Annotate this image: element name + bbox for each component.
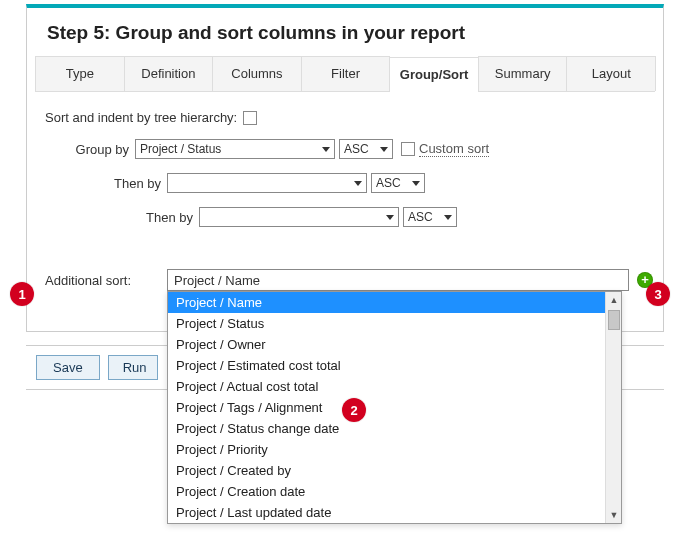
dropdown-option[interactable]: Project / Last updated date xyxy=(168,502,621,523)
run-button[interactable]: Run xyxy=(108,355,158,380)
group-by-field-value: Project / Status xyxy=(140,142,221,156)
dropdown-option[interactable]: Project / Status xyxy=(168,313,621,334)
dropdown-option[interactable]: Project / Tags / Alignment xyxy=(168,397,621,418)
additional-sort-row: Additional sort: Project / Name Project … xyxy=(37,269,653,291)
group-by-field-select[interactable]: Project / Status xyxy=(135,139,335,159)
tree-hierarchy-checkbox[interactable] xyxy=(243,111,257,125)
then-by-1-row: Then by ASC xyxy=(107,173,653,193)
tab-layout[interactable]: Layout xyxy=(566,56,656,91)
then-by-2-label: Then by xyxy=(139,210,199,225)
dropdown-option[interactable]: Project / Creation date xyxy=(168,481,621,502)
tab-columns[interactable]: Columns xyxy=(212,56,302,91)
form-area: Sort and indent by tree hierarchy: Group… xyxy=(27,92,663,291)
callout-marker-2: 2 xyxy=(342,398,366,422)
then-by-2-field-select[interactable] xyxy=(199,207,399,227)
then-by-2-row: Then by ASC xyxy=(139,207,653,227)
tab-filter[interactable]: Filter xyxy=(301,56,391,91)
group-by-label: Group by xyxy=(75,142,135,157)
then-by-2-order-select[interactable]: ASC xyxy=(403,207,457,227)
tree-hierarchy-row: Sort and indent by tree hierarchy: xyxy=(37,110,653,125)
chevron-down-icon xyxy=(354,181,362,186)
additional-sort-label: Additional sort: xyxy=(37,273,167,288)
dropdown-option[interactable]: Project / Priority xyxy=(168,439,621,460)
group-by-row: Group by Project / Status ASC Custom sor… xyxy=(75,139,653,159)
save-button[interactable]: Save xyxy=(36,355,100,380)
page-title: Step 5: Group and sort columns in your r… xyxy=(27,8,663,56)
dropdown-option[interactable]: Project / Status change date xyxy=(168,418,621,439)
dropdown-scrollbar[interactable]: ▲ ▼ xyxy=(605,292,621,523)
scroll-up-icon[interactable]: ▲ xyxy=(606,292,622,308)
tab-type[interactable]: Type xyxy=(35,56,125,91)
dropdown-option[interactable]: Project / Name xyxy=(168,292,621,313)
tab-bar: Type Definition Columns Filter Group/Sor… xyxy=(35,56,655,92)
dropdown-option[interactable]: Project / Estimated cost total xyxy=(168,355,621,376)
chevron-down-icon xyxy=(412,181,420,186)
dropdown-option[interactable]: Project / Owner xyxy=(168,334,621,355)
tab-group-sort[interactable]: Group/Sort xyxy=(389,57,479,92)
report-wizard-panel: Step 5: Group and sort columns in your r… xyxy=(26,4,664,332)
chevron-down-icon xyxy=(322,147,330,152)
then-by-2-order-value: ASC xyxy=(408,210,433,224)
chevron-down-icon xyxy=(386,215,394,220)
chevron-down-icon xyxy=(380,147,388,152)
scroll-thumb[interactable] xyxy=(608,310,620,330)
scroll-down-icon[interactable]: ▼ xyxy=(606,507,622,523)
additional-sort-value: Project / Name xyxy=(174,273,260,288)
then-by-1-label: Then by xyxy=(107,176,167,191)
tab-summary[interactable]: Summary xyxy=(478,56,568,91)
additional-sort-select[interactable]: Project / Name xyxy=(167,269,629,291)
dropdown-option[interactable]: Project / Created by xyxy=(168,460,621,481)
callout-marker-1: 1 xyxy=(10,282,34,306)
then-by-1-order-select[interactable]: ASC xyxy=(371,173,425,193)
custom-sort-link[interactable]: Custom sort xyxy=(419,141,489,157)
custom-sort-checkbox[interactable] xyxy=(401,142,415,156)
chevron-down-icon xyxy=(444,215,452,220)
tree-hierarchy-label: Sort and indent by tree hierarchy: xyxy=(37,110,243,125)
additional-sort-dropdown: Project / NameProject / StatusProject / … xyxy=(167,291,622,524)
then-by-1-field-select[interactable] xyxy=(167,173,367,193)
callout-marker-3: 3 xyxy=(646,282,670,306)
then-by-1-order-value: ASC xyxy=(376,176,401,190)
dropdown-option[interactable]: Project / Actual cost total xyxy=(168,376,621,397)
group-by-order-select[interactable]: ASC xyxy=(339,139,393,159)
tab-definition[interactable]: Definition xyxy=(124,56,214,91)
group-by-order-value: ASC xyxy=(344,142,369,156)
